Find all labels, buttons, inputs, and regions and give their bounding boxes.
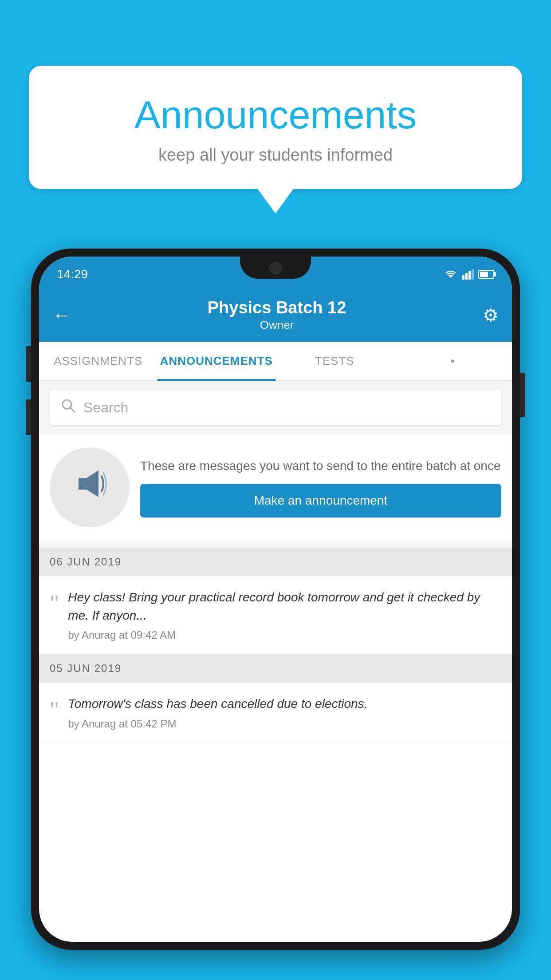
svg-rect-1 [462,275,464,280]
make-announcement-button[interactable]: Make an announcement [140,484,501,518]
speech-bubble-title: Announcements [64,92,487,138]
announcement-icon-circle [50,447,130,527]
tab-tests[interactable]: TESTS [276,342,394,380]
announcement-text-2: Tomorrow's class has been cancelled due … [68,695,501,713]
app-bar-subtitle: Owner [80,318,474,332]
tabs-container: ASSIGNMENTS ANNOUNCEMENTS TESTS • [39,342,512,381]
announcement-item-1[interactable]: " Hey class! Bring your practical record… [39,576,512,654]
speech-bubble-arrow [258,189,293,213]
search-bar[interactable]: Search [50,390,501,425]
svg-rect-2 [465,273,468,280]
speech-bubble: Announcements keep all your students inf… [29,66,522,189]
quote-icon-1: " [50,592,59,615]
app-bar-title-container: Physics Batch 12 Owner [80,298,474,332]
phone-side-button-right [520,373,525,417]
back-button[interactable]: ← [52,304,71,326]
announcement-author-2: by Anurag at 05:42 PM [68,718,501,730]
announcement-author-1: by Anurag at 09:42 AM [68,629,501,641]
svg-marker-7 [79,470,98,497]
settings-icon[interactable]: ⚙ [483,305,499,325]
status-time: 14:29 [57,267,88,281]
tab-more[interactable]: • [394,342,512,380]
announcement-description: These are messages you want to send to t… [140,457,501,474]
svg-marker-0 [448,275,453,278]
status-icons [444,269,494,280]
speech-bubble-subtitle: keep all your students informed [64,146,487,165]
phone-side-button-left-2 [26,399,31,435]
app-bar-title: Physics Batch 12 [80,298,474,317]
phone-notch [240,257,311,279]
battery-fill [480,272,488,277]
announcement-promo: These are messages you want to send to t… [39,434,512,541]
search-icon [60,398,76,418]
battery-icon [478,270,494,279]
phone-side-button-left-1 [26,346,31,382]
phone-outer: 14:29 [31,249,520,950]
svg-rect-3 [468,271,471,280]
quote-icon-2: " [50,699,59,722]
speech-bubble-container: Announcements keep all your students inf… [29,66,522,213]
app-bar: ← Physics Batch 12 Owner ⚙ [39,288,512,342]
content-area: Search [39,381,512,743]
camera [269,262,282,274]
tab-assignments[interactable]: ASSIGNMENTS [39,342,157,380]
date-separator-1: 06 JUN 2019 [39,548,512,576]
signal-icon [462,269,474,280]
announcement-content-1: Hey class! Bring your practical record b… [68,589,501,641]
date-separator-2: 05 JUN 2019 [39,654,512,683]
announcement-item-2[interactable]: " Tomorrow's class has been cancelled du… [39,683,512,743]
tab-announcements[interactable]: ANNOUNCEMENTS [157,342,276,380]
svg-rect-4 [472,269,474,280]
wifi-icon [444,269,458,280]
phone-container: 14:29 [31,249,520,980]
megaphone-icon [70,464,110,511]
search-placeholder-text: Search [83,399,128,416]
phone-screen: 14:29 [39,257,512,942]
announcement-text-1: Hey class! Bring your practical record b… [68,589,501,624]
announcement-promo-right: These are messages you want to send to t… [140,457,501,517]
announcement-content-2: Tomorrow's class has been cancelled due … [68,695,501,730]
svg-line-6 [70,407,75,412]
